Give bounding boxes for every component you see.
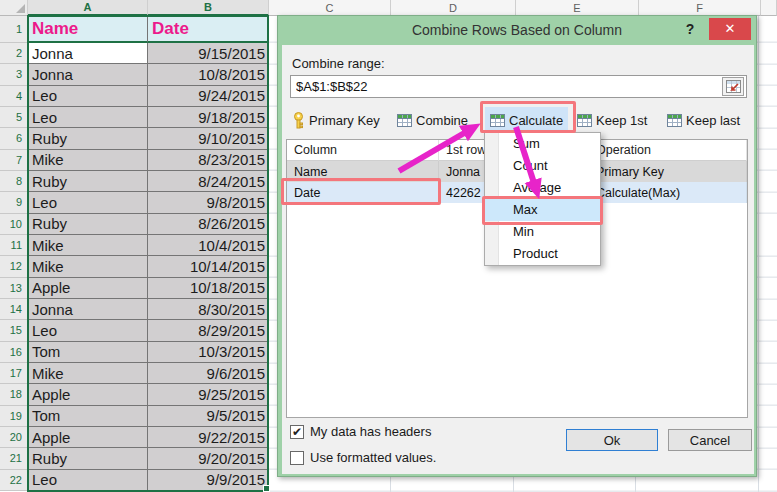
cell-name[interactable]: Jonna — [28, 299, 148, 320]
row-header[interactable]: 20 — [0, 427, 28, 448]
cell-date[interactable]: 9/9/2015 — [148, 470, 269, 491]
cell-name-header[interactable]: Name — [28, 16, 148, 43]
row-header[interactable]: 14 — [0, 299, 28, 320]
cell-date-header[interactable]: Date — [148, 16, 269, 43]
list-header-column[interactable]: Column — [287, 140, 439, 161]
select-all-corner[interactable] — [0, 0, 28, 16]
cell-date[interactable]: 8/26/2015 — [148, 214, 269, 235]
cell-date[interactable]: 9/25/2015 — [148, 384, 269, 405]
column-header-d[interactable]: D — [391, 0, 516, 16]
row-header[interactable]: 1 — [0, 16, 28, 43]
ok-button[interactable]: Ok — [566, 429, 658, 451]
cell-date[interactable]: 9/5/2015 — [148, 406, 269, 427]
row-header[interactable]: 8 — [0, 171, 28, 192]
select-all-triangle-icon — [16, 4, 25, 13]
cell-name[interactable]: Leo — [28, 320, 148, 341]
row-header[interactable]: 7 — [0, 150, 28, 171]
cell-name[interactable]: Ruby — [28, 448, 148, 469]
cell-name[interactable]: Leo — [28, 107, 148, 128]
column-header-b[interactable]: B — [148, 0, 269, 16]
row-header[interactable]: 9 — [0, 192, 28, 213]
row-header[interactable]: 13 — [0, 278, 28, 299]
cell-name[interactable]: Apple — [28, 384, 148, 405]
fill-handle[interactable] — [263, 485, 270, 492]
row-header[interactable]: 4 — [0, 86, 28, 107]
menu-item-average[interactable]: Average — [485, 177, 600, 199]
cell-date[interactable]: 9/15/2015 — [148, 43, 269, 64]
cell-date[interactable]: 9/6/2015 — [148, 363, 269, 384]
row-header[interactable]: 21 — [0, 448, 28, 469]
combine-label: Combine — [416, 113, 468, 128]
cell-date[interactable]: 10/18/2015 — [148, 278, 269, 299]
cell-date[interactable]: 9/10/2015 — [148, 128, 269, 149]
combine-range-input[interactable] — [290, 75, 747, 98]
cell-name[interactable]: Ruby — [28, 214, 148, 235]
cell-date[interactable]: 9/24/2015 — [148, 86, 269, 107]
row-header[interactable]: 12 — [0, 256, 28, 277]
cell-name[interactable]: Ruby — [28, 128, 148, 149]
cell-name[interactable]: Tom — [28, 406, 148, 427]
cell-date[interactable]: 8/30/2015 — [148, 299, 269, 320]
row-header[interactable]: 17 — [0, 363, 28, 384]
row-header[interactable]: 16 — [0, 342, 28, 363]
cell-name[interactable]: Jonna — [28, 43, 148, 64]
list-header-operation[interactable]: Operation — [589, 140, 747, 161]
table-icon — [397, 114, 412, 127]
cell-name[interactable]: Leo — [28, 192, 148, 213]
cell-name[interactable]: Mike — [28, 363, 148, 384]
cell-name[interactable]: Tom — [28, 342, 148, 363]
use-formatted-values-checkbox[interactable]: Use formatted values. — [290, 450, 436, 465]
cell-date[interactable]: 9/22/2015 — [148, 427, 269, 448]
keep-last-button[interactable]: Keep last — [667, 107, 740, 134]
keep-first-button[interactable]: Keep 1st — [577, 107, 647, 134]
cell-date[interactable]: 10/4/2015 — [148, 235, 269, 256]
cell-date[interactable]: 8/24/2015 — [148, 171, 269, 192]
cell-date[interactable]: 10/8/2015 — [148, 64, 269, 85]
cell-name[interactable]: Ruby — [28, 171, 148, 192]
menu-item-max[interactable]: Max — [485, 199, 600, 221]
close-icon[interactable]: ✕ — [709, 18, 751, 40]
cell-date[interactable]: 9/20/2015 — [148, 448, 269, 469]
column-header-f[interactable]: F — [639, 0, 761, 16]
menu-item-sum[interactable]: Sum — [485, 133, 600, 155]
cell-date[interactable]: 10/14/2015 — [148, 256, 269, 277]
primary-key-button[interactable]: Primary Key — [292, 107, 380, 134]
row-header[interactable]: 15 — [0, 320, 28, 341]
cell-date[interactable]: 8/23/2015 — [148, 150, 269, 171]
row-header[interactable]: 6 — [0, 128, 28, 149]
cell-name[interactable]: Leo — [28, 86, 148, 107]
sheet-row: 17 Mike 9/6/2015 — [0, 363, 269, 384]
column-header-e[interactable]: E — [516, 0, 639, 16]
help-icon[interactable]: ? — [680, 19, 700, 40]
cell-date[interactable]: 9/18/2015 — [148, 107, 269, 128]
calculate-button[interactable]: Calculate — [485, 107, 568, 134]
cell-name[interactable]: Mike — [28, 256, 148, 277]
cell-name[interactable]: Mike — [28, 150, 148, 171]
cell-name[interactable]: Leo — [28, 470, 148, 491]
column-header-c[interactable]: C — [269, 0, 391, 16]
row-header[interactable]: 10 — [0, 214, 28, 235]
row-header[interactable]: 18 — [0, 384, 28, 405]
cell-name[interactable]: Apple — [28, 427, 148, 448]
column-header-a[interactable]: A — [28, 0, 148, 16]
my-data-has-headers-checkbox[interactable]: ✔ My data has headers — [290, 424, 431, 439]
cancel-button[interactable]: Cancel — [668, 429, 752, 451]
menu-item-min[interactable]: Min — [485, 221, 600, 243]
cell-date[interactable]: 10/3/2015 — [148, 342, 269, 363]
sheet-row: 13 Apple 10/18/2015 — [0, 278, 269, 299]
cell-date[interactable]: 8/29/2015 — [148, 320, 269, 341]
cell-name[interactable]: Jonna — [28, 64, 148, 85]
range-picker-button[interactable] — [722, 77, 744, 96]
cell-name[interactable]: Mike — [28, 235, 148, 256]
combine-button[interactable]: Combine — [397, 107, 468, 134]
menu-item-product[interactable]: Product — [485, 243, 600, 265]
row-header[interactable]: 11 — [0, 235, 28, 256]
cell-date[interactable]: 9/8/2015 — [148, 192, 269, 213]
menu-item-count[interactable]: Count — [485, 155, 600, 177]
cell-name[interactable]: Apple — [28, 278, 148, 299]
row-header[interactable]: 19 — [0, 406, 28, 427]
row-header[interactable]: 5 — [0, 107, 28, 128]
row-header[interactable]: 2 — [0, 43, 28, 64]
row-header[interactable]: 3 — [0, 64, 28, 85]
row-header[interactable]: 22 — [0, 470, 28, 491]
